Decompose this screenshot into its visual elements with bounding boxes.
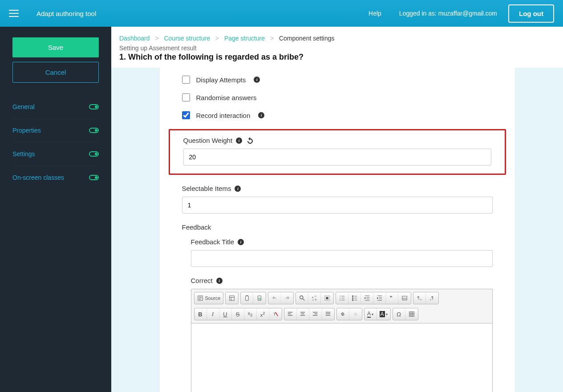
- logged-in-label: Logged in as: muzaffar@gmail.com: [399, 10, 497, 17]
- help-link[interactable]: Help: [369, 10, 381, 17]
- app-title: Adapt authoring tool: [36, 10, 96, 17]
- logout-button[interactable]: Log out: [508, 4, 554, 23]
- hamburger-icon[interactable]: [9, 10, 19, 17]
- app-header: Adapt authoring tool Help Logged in as: …: [0, 0, 563, 27]
